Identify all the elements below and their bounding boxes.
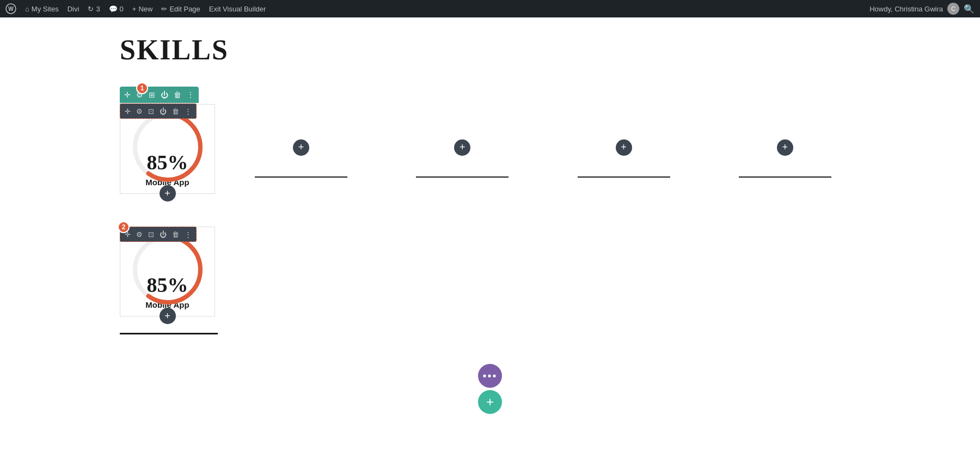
edit-page-btn[interactable]: ✏ Edit Page — [161, 5, 200, 13]
section-toolbar-1: ✛ ⚙ ⊞ ⏻ 🗑 ⋮ 1 — [120, 87, 199, 103]
row-drag-icon-1[interactable]: ✛ — [125, 107, 131, 115]
module-col-1: ✛ ⚙ ⊡ ⏻ 🗑 ⋮ — [120, 104, 215, 194]
section-badge-1: 1 — [136, 82, 148, 94]
placeholder-col-2: + — [226, 104, 376, 194]
section-drag-icon[interactable]: ✛ — [124, 90, 131, 99]
row-more-icon-1[interactable]: ⋮ — [185, 107, 192, 115]
exit-builder-btn[interactable]: Exit Visual Builder — [209, 5, 266, 13]
row-toolbar-2: ✛ ⚙ ⊡ ⏻ 🗑 ⋮ — [120, 227, 197, 242]
row-toggle-icon-1[interactable]: ⏻ — [160, 107, 167, 115]
placeholder-line-3 — [416, 176, 509, 178]
fab-more-btn[interactable]: ••• — [478, 364, 502, 388]
placeholder-col-3: + — [387, 104, 537, 194]
placeholder-col-4: + — [549, 104, 699, 194]
row-duplicate-icon-1[interactable]: ⊡ — [148, 107, 154, 115]
search-icon[interactable]: 🔍 — [964, 4, 975, 14]
placeholder-line-5 — [739, 176, 831, 178]
add-module-btn-2[interactable]: + — [160, 308, 176, 324]
row-settings-icon-2[interactable]: ⚙ — [136, 230, 143, 239]
add-col-btn-5[interactable]: + — [777, 139, 793, 156]
new-btn[interactable]: + New — [132, 5, 153, 13]
section-more-icon[interactable]: ⋮ — [187, 90, 194, 99]
builder-row-1: ✛ ⚙ ⊡ ⏻ 🗑 ⋮ — [120, 104, 860, 194]
my-sites-btn[interactable]: ⌂ My Sites — [25, 5, 59, 13]
section-divider — [120, 333, 218, 334]
row-toolbar-1: ✛ ⚙ ⊡ ⏻ 🗑 ⋮ — [120, 103, 197, 119]
row-duplicate-icon-2[interactable]: ⊡ — [148, 230, 154, 239]
divi-btn[interactable]: Divi — [68, 5, 79, 13]
row-toggle-icon-2[interactable]: ⏻ — [160, 230, 167, 239]
placeholder-col-5: + — [710, 104, 860, 194]
svg-text:W: W — [8, 6, 14, 12]
module-badge-2: 2 — [118, 221, 130, 233]
wp-logo-btn[interactable]: W — [5, 3, 16, 14]
add-col-btn-4[interactable]: + — [616, 139, 632, 156]
progress-circle-1 — [130, 109, 206, 185]
admin-bar: W ⌂ My Sites Divi ↻ 3 💬 0 + New ✏ Edit P… — [0, 0, 980, 17]
placeholder-line-2 — [255, 176, 347, 178]
placeholder-line-4 — [578, 176, 670, 178]
section-1: ✛ ⚙ ⊞ ⏻ 🗑 ⋮ 1 ✛ ⚙ ⊡ ⏻ 🗑 — [120, 104, 860, 194]
add-col-btn-2[interactable]: + — [293, 139, 309, 156]
module-col-2: 2 ✛ ⚙ ⊡ ⏻ 🗑 ⋮ — [120, 227, 215, 316]
section-duplicate-icon[interactable]: ⊞ — [149, 90, 155, 99]
admin-bar-right: Howdy, Christina Gwira C 🔍 — [869, 3, 975, 15]
add-module-btn-1[interactable]: + — [160, 185, 176, 202]
builder-row-2: 2 ✛ ⚙ ⊡ ⏻ 🗑 ⋮ — [120, 227, 860, 316]
floating-actions: ••• + — [478, 364, 502, 414]
updates-btn[interactable]: ↻ 3 — [88, 5, 100, 13]
fab-add-btn[interactable]: + — [478, 390, 502, 414]
comments-btn[interactable]: 💬 0 — [109, 5, 124, 13]
builder-area: ✛ ⚙ ⊞ ⏻ 🗑 ⋮ 1 ✛ ⚙ ⊡ ⏻ 🗑 — [120, 82, 860, 334]
row-more-icon-2[interactable]: ⋮ — [185, 230, 192, 239]
section-delete-icon[interactable]: 🗑 — [174, 90, 181, 99]
add-col-btn-3[interactable]: + — [454, 139, 470, 156]
row-delete-icon-2[interactable]: 🗑 — [172, 230, 179, 239]
section-toggle-icon[interactable]: ⏻ — [161, 90, 168, 99]
section-2: 2 ✛ ⚙ ⊡ ⏻ 🗑 ⋮ — [120, 227, 860, 334]
avatar[interactable]: C — [947, 3, 959, 15]
row-settings-icon-1[interactable]: ⚙ — [136, 107, 143, 115]
row-delete-icon-1[interactable]: 🗑 — [172, 107, 179, 115]
progress-circle-2 — [130, 232, 206, 308]
page-title: SKILLS — [120, 34, 860, 66]
